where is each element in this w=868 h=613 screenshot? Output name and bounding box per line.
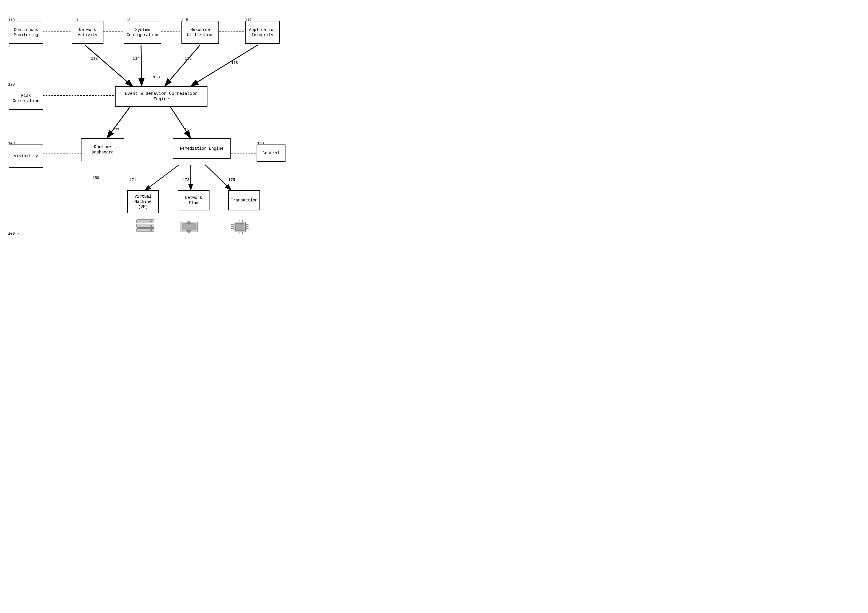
label-150: 150 (93, 176, 99, 180)
label-100: 100 ↗ (8, 231, 19, 236)
remediation-engine-label: Remediation Engine (180, 146, 223, 151)
network-flow-icon (178, 219, 202, 236)
application-integrity-box: Application Integrity (245, 21, 280, 44)
visibility-box: Visibility (9, 144, 43, 168)
runtime-dashboard-label: Runtime Dashboard (84, 144, 121, 155)
label-116: 116 (185, 56, 192, 61)
label-112: 112 (91, 56, 98, 61)
svg-line-4 (85, 45, 133, 87)
label-132: 132 (185, 127, 192, 132)
svg-line-13 (144, 165, 179, 191)
label-131: 131 (113, 127, 119, 132)
virtual-machine-box: Virtual Machine (VM) (127, 190, 159, 213)
label-118: 118 (231, 61, 238, 65)
transaction-icon (230, 219, 253, 236)
runtime-dashboard-box: Runtime Dashboard (81, 138, 124, 161)
connectors-svg (0, 0, 347, 246)
visibility-label: Visibility (14, 154, 38, 159)
system-configuration-box: System Configuration (124, 21, 161, 44)
transaction-box: Transaction (228, 190, 260, 210)
continuous-monitoring-label: Continuous Monitoring (12, 27, 40, 37)
risk-correlation-label: Risk Correlation (12, 93, 40, 104)
svg-line-10 (170, 107, 191, 138)
svg-line-15 (205, 165, 231, 190)
application-integrity-label: Application Integrity (248, 27, 277, 37)
network-activity-box: Network Activity (72, 21, 104, 44)
resource-utilization-label: Resource Utilization (184, 27, 216, 37)
svg-line-9 (107, 107, 130, 138)
label-173: 173 (183, 178, 189, 182)
svg-rect-29 (236, 223, 244, 231)
svg-line-6 (165, 45, 200, 86)
network-activity-label: Network Activity (74, 27, 101, 37)
svg-point-20 (150, 220, 152, 222)
network-flow-box: Network Flow (178, 190, 209, 210)
event-behavior-label: Event & Behavior Correlation Engine (118, 91, 205, 102)
risk-correlation-box: Risk Correlation (9, 87, 43, 110)
vm-icon (135, 219, 158, 236)
system-configuration-label: System Configuration (127, 27, 158, 37)
svg-line-5 (141, 45, 142, 86)
control-box: Control (257, 144, 285, 162)
transaction-label: Transaction (231, 198, 257, 203)
architecture-diagram: 110 111 113 115 117 112 114 130 116 118 … (0, 0, 347, 246)
label-120: 120 (8, 82, 15, 87)
label-114: 114 (133, 56, 140, 61)
remediation-engine-box: Remediation Engine (173, 138, 231, 159)
svg-point-22 (150, 229, 152, 231)
continuous-monitoring-box: Continuous Monitoring (9, 21, 43, 44)
label-175: 175 (228, 178, 235, 182)
control-label: Control (263, 151, 280, 156)
virtual-machine-label: Virtual Machine (VM) (130, 194, 156, 210)
svg-point-21 (150, 225, 152, 227)
resource-utilization-box: Resource Utilization (181, 21, 219, 44)
label-171: 171 (129, 178, 136, 182)
label-130: 130 (153, 75, 160, 79)
svg-line-7 (191, 45, 258, 86)
network-flow-label: Network Flow (181, 195, 206, 205)
event-behavior-box: Event & Behavior Correlation Engine (115, 86, 208, 107)
